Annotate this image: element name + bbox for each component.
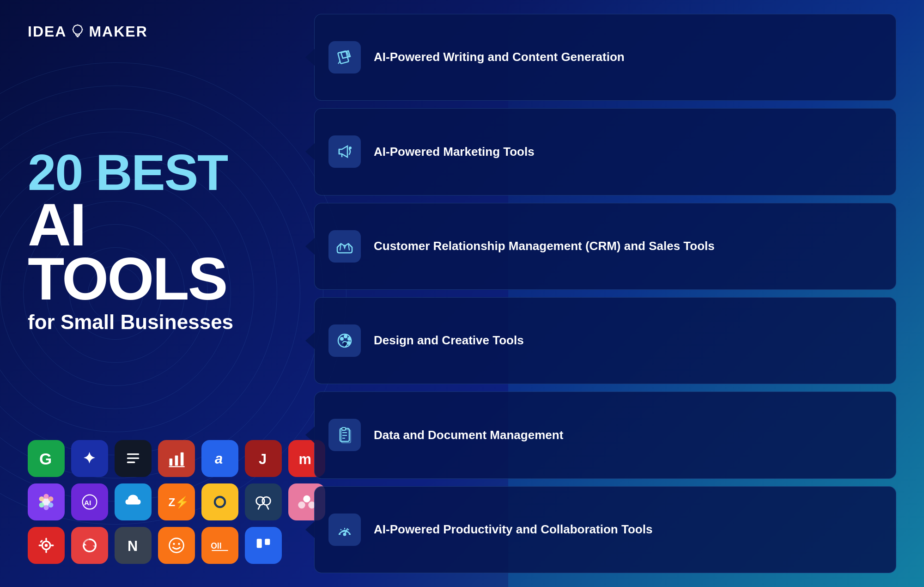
left-panel: IDEA MAKER 20 BEST AI TOOLS	[0, 0, 305, 587]
card-icon-bg-marketing	[328, 135, 361, 168]
svg-text:G: G	[39, 450, 52, 468]
app-icon-notion: N	[115, 527, 152, 564]
app-icon-chartbar	[158, 440, 195, 477]
app-icon-zapier: Z⚡	[158, 483, 195, 520]
svg-point-21	[44, 494, 49, 499]
app-icon-amazon: a	[201, 440, 238, 477]
logo: IDEA MAKER	[28, 23, 148, 40]
logo-area: IDEA MAKER	[28, 23, 277, 40]
headline-number: 20 BEST	[28, 147, 277, 198]
app-icons-area: G ✦	[28, 440, 277, 564]
app-icon-jasper-dark	[115, 440, 152, 477]
app-icon-synthesia	[158, 527, 195, 564]
card-text-marketing: AI-Powered Marketing Tools	[374, 144, 535, 160]
icon-row-1: G ✦	[28, 440, 277, 477]
svg-line-75	[348, 529, 349, 530]
category-card-crm: Customer Relationship Management (CRM) a…	[314, 203, 896, 290]
svg-rect-14	[175, 455, 178, 465]
svg-point-22	[48, 496, 53, 501]
category-card-marketing: AI-Powered Marketing Tools	[314, 108, 896, 195]
handshake-icon	[335, 237, 354, 256]
card-icon-bg-productivity	[328, 514, 361, 546]
svg-point-33	[262, 497, 271, 505]
svg-point-70	[344, 533, 346, 535]
svg-rect-41	[51, 544, 54, 546]
app-icon-framer	[28, 483, 65, 520]
svg-text:N: N	[128, 538, 138, 554]
svg-text:Z⚡: Z⚡	[168, 495, 187, 509]
app-icon-claude: Oll	[201, 527, 238, 564]
app-icon-grammarly: G	[28, 440, 65, 477]
app-icon-salesforce	[115, 483, 152, 520]
svg-text:AI: AI	[84, 499, 91, 507]
category-card-productivity: AI-Powered Productivity and Collaboratio…	[314, 486, 896, 573]
svg-rect-11	[127, 458, 139, 459]
app-icon-ai: AI	[71, 483, 108, 520]
category-card-data: Data and Document Management	[314, 391, 896, 478]
svg-rect-39	[45, 550, 47, 553]
app-icon-cogwheel	[28, 527, 65, 564]
card-text-productivity: AI-Powered Productivity and Collaboratio…	[374, 522, 652, 538]
svg-point-57	[349, 147, 351, 149]
svg-line-6	[74, 25, 75, 26]
document-icon	[335, 426, 354, 444]
card-text-data: Data and Document Management	[374, 428, 563, 443]
svg-point-26	[39, 496, 44, 501]
headline-subtitle: for Small Businesses	[28, 311, 277, 334]
card-icon-bg-data	[328, 419, 361, 451]
svg-point-46	[170, 538, 184, 553]
card-icon-bg-design	[328, 324, 361, 357]
svg-rect-40	[39, 544, 42, 546]
svg-point-25	[39, 502, 44, 508]
svg-point-59	[340, 337, 343, 340]
palette-icon	[335, 331, 354, 350]
logo-text-part2: MAKER	[89, 23, 147, 40]
svg-point-60	[344, 335, 347, 338]
icon-row-2: AI Z⚡	[28, 483, 277, 520]
app-icon-todoist	[201, 483, 238, 520]
svg-point-31	[216, 498, 224, 506]
svg-rect-38	[45, 538, 47, 541]
app-icon-semrush	[71, 527, 108, 564]
right-panel: AI-Powered Writing and Content Generatio…	[305, 0, 924, 587]
card-icon-bg-writing	[328, 41, 361, 73]
logo-text-part1: IDEA	[28, 23, 67, 40]
card-text-design: Design and Creative Tools	[374, 333, 524, 349]
category-card-writing: AI-Powered Writing and Content Generatio…	[314, 14, 896, 101]
app-icon-jasper: J	[245, 440, 282, 477]
svg-text:a: a	[215, 451, 223, 467]
icon-row-3: N Oll	[28, 527, 277, 564]
card-text-writing: AI-Powered Writing and Content Generatio…	[374, 49, 625, 65]
svg-text:Oll: Oll	[211, 541, 221, 550]
app-icon-speak	[245, 483, 282, 520]
pencil-icon	[335, 48, 354, 67]
svg-point-48	[178, 543, 180, 545]
svg-marker-44	[93, 545, 96, 549]
svg-point-47	[173, 543, 175, 545]
card-text-crm: Customer Relationship Management (CRM) a…	[374, 238, 715, 254]
svg-line-74	[340, 529, 341, 530]
svg-rect-10	[127, 453, 139, 455]
headline-area: 20 BEST AI TOOLS for Small Businesses	[28, 40, 277, 440]
svg-text:J: J	[259, 451, 267, 467]
svg-point-24	[44, 505, 49, 510]
app-icon-perplexity: ✦	[71, 440, 108, 477]
card-icon-bg-crm	[328, 230, 361, 263]
svg-rect-52	[265, 539, 270, 545]
svg-point-37	[45, 544, 48, 547]
headline-main: AI TOOLS	[28, 198, 277, 306]
svg-rect-51	[257, 539, 262, 548]
category-card-design: Design and Creative Tools	[314, 297, 896, 384]
svg-point-61	[348, 337, 351, 340]
svg-text:✦: ✦	[83, 450, 96, 467]
svg-rect-13	[170, 459, 173, 465]
svg-rect-15	[181, 452, 184, 466]
svg-point-23	[48, 502, 53, 508]
app-icon-trello	[245, 527, 282, 564]
lightbulb-icon	[69, 24, 86, 40]
svg-point-35	[298, 501, 305, 508]
megaphone-icon	[335, 142, 354, 161]
svg-rect-12	[127, 462, 135, 463]
svg-line-4	[81, 25, 82, 26]
speedometer-icon	[335, 520, 354, 539]
